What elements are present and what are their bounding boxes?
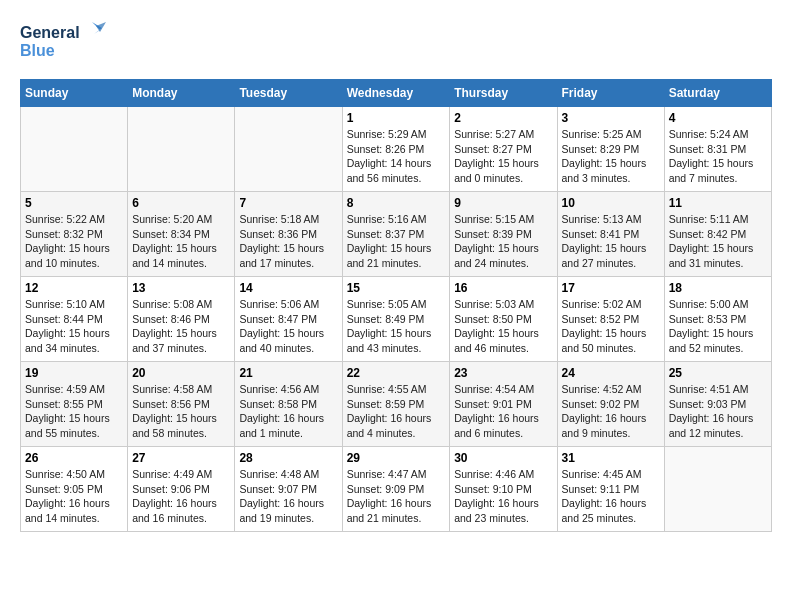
day-number: 18 — [669, 281, 767, 295]
day-of-week-header: Saturday — [664, 80, 771, 107]
calendar-day-cell: 31Sunrise: 4:45 AMSunset: 9:11 PMDayligh… — [557, 447, 664, 532]
day-info: Sunrise: 5:15 AMSunset: 8:39 PMDaylight:… — [454, 212, 552, 271]
day-info: Sunrise: 4:55 AMSunset: 8:59 PMDaylight:… — [347, 382, 446, 441]
logo: General Blue — [20, 20, 110, 69]
calendar-day-cell: 5Sunrise: 5:22 AMSunset: 8:32 PMDaylight… — [21, 192, 128, 277]
day-number: 20 — [132, 366, 230, 380]
day-number: 25 — [669, 366, 767, 380]
day-number: 24 — [562, 366, 660, 380]
calendar-day-cell: 7Sunrise: 5:18 AMSunset: 8:36 PMDaylight… — [235, 192, 342, 277]
day-info: Sunrise: 5:18 AMSunset: 8:36 PMDaylight:… — [239, 212, 337, 271]
day-number: 5 — [25, 196, 123, 210]
day-info: Sunrise: 4:47 AMSunset: 9:09 PMDaylight:… — [347, 467, 446, 526]
day-number: 17 — [562, 281, 660, 295]
day-info: Sunrise: 5:16 AMSunset: 8:37 PMDaylight:… — [347, 212, 446, 271]
calendar-day-cell: 27Sunrise: 4:49 AMSunset: 9:06 PMDayligh… — [128, 447, 235, 532]
day-number: 26 — [25, 451, 123, 465]
calendar-day-cell: 24Sunrise: 4:52 AMSunset: 9:02 PMDayligh… — [557, 362, 664, 447]
calendar-day-cell: 15Sunrise: 5:05 AMSunset: 8:49 PMDayligh… — [342, 277, 450, 362]
calendar-day-cell: 25Sunrise: 4:51 AMSunset: 9:03 PMDayligh… — [664, 362, 771, 447]
calendar-day-cell — [128, 107, 235, 192]
calendar-day-cell: 29Sunrise: 4:47 AMSunset: 9:09 PMDayligh… — [342, 447, 450, 532]
calendar-day-cell: 12Sunrise: 5:10 AMSunset: 8:44 PMDayligh… — [21, 277, 128, 362]
day-number: 10 — [562, 196, 660, 210]
day-number: 27 — [132, 451, 230, 465]
day-number: 1 — [347, 111, 446, 125]
day-number: 29 — [347, 451, 446, 465]
calendar-day-cell — [235, 107, 342, 192]
day-info: Sunrise: 4:52 AMSunset: 9:02 PMDaylight:… — [562, 382, 660, 441]
day-number: 3 — [562, 111, 660, 125]
day-info: Sunrise: 5:27 AMSunset: 8:27 PMDaylight:… — [454, 127, 552, 186]
calendar-week-row: 1Sunrise: 5:29 AMSunset: 8:26 PMDaylight… — [21, 107, 772, 192]
day-info: Sunrise: 5:05 AMSunset: 8:49 PMDaylight:… — [347, 297, 446, 356]
calendar-day-cell: 28Sunrise: 4:48 AMSunset: 9:07 PMDayligh… — [235, 447, 342, 532]
day-info: Sunrise: 4:50 AMSunset: 9:05 PMDaylight:… — [25, 467, 123, 526]
day-info: Sunrise: 5:13 AMSunset: 8:41 PMDaylight:… — [562, 212, 660, 271]
day-of-week-header: Friday — [557, 80, 664, 107]
day-of-week-header: Tuesday — [235, 80, 342, 107]
day-info: Sunrise: 5:03 AMSunset: 8:50 PMDaylight:… — [454, 297, 552, 356]
svg-text:Blue: Blue — [20, 42, 55, 59]
day-info: Sunrise: 5:06 AMSunset: 8:47 PMDaylight:… — [239, 297, 337, 356]
calendar-week-row: 5Sunrise: 5:22 AMSunset: 8:32 PMDaylight… — [21, 192, 772, 277]
calendar-day-cell: 18Sunrise: 5:00 AMSunset: 8:53 PMDayligh… — [664, 277, 771, 362]
day-info: Sunrise: 4:56 AMSunset: 8:58 PMDaylight:… — [239, 382, 337, 441]
day-info: Sunrise: 5:10 AMSunset: 8:44 PMDaylight:… — [25, 297, 123, 356]
calendar-day-cell: 1Sunrise: 5:29 AMSunset: 8:26 PMDaylight… — [342, 107, 450, 192]
calendar-day-cell: 13Sunrise: 5:08 AMSunset: 8:46 PMDayligh… — [128, 277, 235, 362]
day-info: Sunrise: 5:08 AMSunset: 8:46 PMDaylight:… — [132, 297, 230, 356]
calendar-day-cell: 11Sunrise: 5:11 AMSunset: 8:42 PMDayligh… — [664, 192, 771, 277]
calendar-table: SundayMondayTuesdayWednesdayThursdayFrid… — [20, 79, 772, 532]
svg-text:General: General — [20, 24, 80, 41]
day-info: Sunrise: 5:00 AMSunset: 8:53 PMDaylight:… — [669, 297, 767, 356]
calendar-week-row: 26Sunrise: 4:50 AMSunset: 9:05 PMDayligh… — [21, 447, 772, 532]
day-info: Sunrise: 5:24 AMSunset: 8:31 PMDaylight:… — [669, 127, 767, 186]
day-info: Sunrise: 4:58 AMSunset: 8:56 PMDaylight:… — [132, 382, 230, 441]
day-number: 31 — [562, 451, 660, 465]
day-info: Sunrise: 4:49 AMSunset: 9:06 PMDaylight:… — [132, 467, 230, 526]
day-number: 7 — [239, 196, 337, 210]
day-number: 23 — [454, 366, 552, 380]
day-info: Sunrise: 5:20 AMSunset: 8:34 PMDaylight:… — [132, 212, 230, 271]
day-of-week-header: Monday — [128, 80, 235, 107]
day-number: 16 — [454, 281, 552, 295]
day-number: 11 — [669, 196, 767, 210]
calendar-day-cell: 22Sunrise: 4:55 AMSunset: 8:59 PMDayligh… — [342, 362, 450, 447]
day-info: Sunrise: 5:29 AMSunset: 8:26 PMDaylight:… — [347, 127, 446, 186]
day-number: 28 — [239, 451, 337, 465]
day-of-week-header: Sunday — [21, 80, 128, 107]
day-info: Sunrise: 4:59 AMSunset: 8:55 PMDaylight:… — [25, 382, 123, 441]
day-info: Sunrise: 5:02 AMSunset: 8:52 PMDaylight:… — [562, 297, 660, 356]
calendar-day-cell: 4Sunrise: 5:24 AMSunset: 8:31 PMDaylight… — [664, 107, 771, 192]
day-number: 13 — [132, 281, 230, 295]
page-header: General Blue — [20, 20, 772, 69]
day-info: Sunrise: 5:25 AMSunset: 8:29 PMDaylight:… — [562, 127, 660, 186]
calendar-day-cell — [664, 447, 771, 532]
day-info: Sunrise: 4:48 AMSunset: 9:07 PMDaylight:… — [239, 467, 337, 526]
day-number: 15 — [347, 281, 446, 295]
svg-marker-3 — [96, 22, 106, 32]
day-of-week-header: Wednesday — [342, 80, 450, 107]
day-number: 21 — [239, 366, 337, 380]
day-info: Sunrise: 4:45 AMSunset: 9:11 PMDaylight:… — [562, 467, 660, 526]
calendar-day-cell — [21, 107, 128, 192]
calendar-day-cell: 2Sunrise: 5:27 AMSunset: 8:27 PMDaylight… — [450, 107, 557, 192]
calendar-day-cell: 17Sunrise: 5:02 AMSunset: 8:52 PMDayligh… — [557, 277, 664, 362]
day-number: 8 — [347, 196, 446, 210]
day-number: 2 — [454, 111, 552, 125]
calendar-day-cell: 30Sunrise: 4:46 AMSunset: 9:10 PMDayligh… — [450, 447, 557, 532]
calendar-day-cell: 10Sunrise: 5:13 AMSunset: 8:41 PMDayligh… — [557, 192, 664, 277]
calendar-day-cell: 8Sunrise: 5:16 AMSunset: 8:37 PMDaylight… — [342, 192, 450, 277]
calendar-day-cell: 6Sunrise: 5:20 AMSunset: 8:34 PMDaylight… — [128, 192, 235, 277]
day-info: Sunrise: 5:11 AMSunset: 8:42 PMDaylight:… — [669, 212, 767, 271]
day-number: 4 — [669, 111, 767, 125]
day-info: Sunrise: 4:46 AMSunset: 9:10 PMDaylight:… — [454, 467, 552, 526]
calendar-day-cell: 9Sunrise: 5:15 AMSunset: 8:39 PMDaylight… — [450, 192, 557, 277]
day-number: 9 — [454, 196, 552, 210]
calendar-day-cell: 16Sunrise: 5:03 AMSunset: 8:50 PMDayligh… — [450, 277, 557, 362]
calendar-day-cell: 21Sunrise: 4:56 AMSunset: 8:58 PMDayligh… — [235, 362, 342, 447]
day-info: Sunrise: 4:51 AMSunset: 9:03 PMDaylight:… — [669, 382, 767, 441]
day-number: 30 — [454, 451, 552, 465]
calendar-day-cell: 19Sunrise: 4:59 AMSunset: 8:55 PMDayligh… — [21, 362, 128, 447]
